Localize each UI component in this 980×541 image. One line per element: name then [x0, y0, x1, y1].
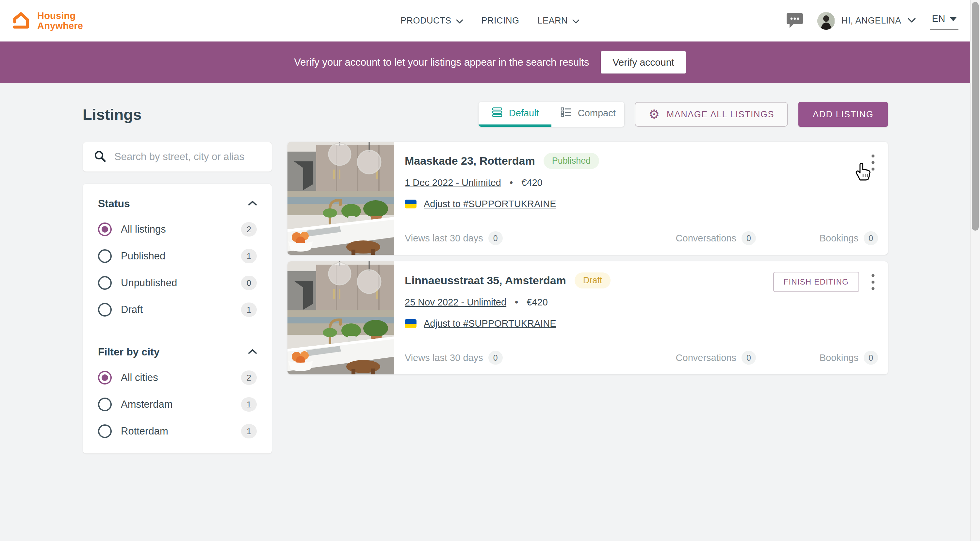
- filter-option-published[interactable]: Published 1: [98, 249, 257, 263]
- nav-products[interactable]: PRODUCTS: [401, 16, 463, 26]
- listing-search-box[interactable]: [83, 142, 272, 172]
- main-navigation: PRODUCTS PRICING LEARN: [401, 16, 579, 26]
- chevron-up-icon: [248, 349, 257, 355]
- chat-bubble-icon: [786, 12, 804, 30]
- verify-account-button[interactable]: Verify account: [601, 51, 686, 73]
- section-title: Filter by city: [98, 346, 160, 358]
- user-avatar: [817, 12, 835, 30]
- count-badge: 2: [241, 371, 257, 385]
- date-range-link[interactable]: 1 Dec 2022 - Unlimited: [405, 177, 501, 188]
- stat-value: 0: [488, 351, 503, 364]
- listing-stats: Views last 30 days 0 Conversations 0 Boo…: [405, 231, 878, 245]
- nav-learn[interactable]: LEARN: [538, 16, 580, 26]
- status-filter-section: Status All listings 2 Publish: [83, 184, 272, 332]
- separator-dot: •: [515, 297, 518, 308]
- gear-icon: ⚙: [648, 108, 660, 121]
- filter-option-amsterdam[interactable]: Amsterdam 1: [98, 397, 257, 412]
- chevron-down-icon: [456, 16, 463, 26]
- listing-thumbnail[interactable]: [288, 142, 394, 255]
- radio-selected-icon: [98, 371, 112, 385]
- status-badge: Published: [544, 153, 600, 169]
- filter-option-draft[interactable]: Draft 1: [98, 302, 257, 317]
- stat-label: Conversations: [676, 353, 736, 363]
- stat-label: Views last 30 days: [405, 233, 483, 244]
- support-ukraine-link[interactable]: Adjust to #SUPPORTUKRAINE: [424, 199, 556, 209]
- date-range-link[interactable]: 25 Nov 2022 - Unlimited: [405, 297, 506, 308]
- listing-card-linnaeusstraat: Linnaeusstraat 35, Amsterdam Draft FINIS…: [288, 261, 888, 374]
- scrollbar-thumb[interactable]: [972, 2, 979, 231]
- default-view-icon: [491, 106, 503, 120]
- stat-label: Views last 30 days: [405, 353, 483, 363]
- top-navigation-bar: Housing Anywhere PRODUCTS PRICING LEARN: [0, 0, 980, 41]
- language-selector[interactable]: EN: [930, 12, 958, 30]
- radio-icon: [98, 249, 112, 263]
- count-badge: 1: [241, 424, 257, 438]
- listing-price: €420: [527, 297, 548, 308]
- housinganywhere-logo[interactable]: Housing Anywhere: [13, 11, 83, 31]
- kebab-menu-icon: [872, 154, 875, 158]
- tab-compact-view[interactable]: Compact: [551, 102, 624, 127]
- separator-dot: •: [510, 177, 513, 188]
- stat-label: Bookings: [819, 233, 859, 244]
- listing-title: Maaskade 23, Rotterdam: [405, 154, 535, 167]
- user-menu[interactable]: HI, ANGELINA: [817, 12, 916, 30]
- filter-option-rotterdam[interactable]: Rotterdam 1: [98, 424, 257, 438]
- listing-menu-button[interactable]: [866, 270, 880, 293]
- banner-message: Verify your account to let your listings…: [294, 57, 589, 68]
- listing-title: Linnaeusstraat 35, Amsterdam: [405, 274, 566, 287]
- main-content: Listings Default: [0, 102, 980, 454]
- radio-icon: [98, 303, 112, 317]
- support-ukraine-link[interactable]: Adjust to #SUPPORTUKRAINE: [424, 318, 556, 329]
- listings-page: Housing Anywhere PRODUCTS PRICING LEARN: [0, 0, 980, 541]
- manage-all-listings-button[interactable]: ⚙ MANAGE ALL LISTINGS: [635, 102, 788, 127]
- stat-value: 0: [864, 231, 878, 245]
- view-mode-tabs: Default: [479, 102, 624, 127]
- compact-view-icon: [560, 106, 572, 120]
- listings-toolbar: Default: [479, 102, 888, 127]
- ukraine-flag-icon: [405, 319, 417, 328]
- filter-card: Status All listings 2 Publish: [83, 184, 272, 454]
- count-badge: 0: [241, 276, 257, 290]
- stat-value: 0: [864, 351, 878, 364]
- triangle-down-icon: [950, 18, 956, 21]
- kebab-menu-icon: [872, 274, 875, 277]
- add-listing-button[interactable]: ADD LISTING: [799, 102, 888, 127]
- stat-label: Bookings: [819, 353, 859, 363]
- filters-sidebar: Status All listings 2 Publish: [83, 142, 272, 454]
- tab-default-view[interactable]: Default: [479, 102, 551, 127]
- nav-pricing[interactable]: PRICING: [481, 16, 519, 26]
- stat-label: Conversations: [676, 233, 736, 244]
- filter-option-unpublished[interactable]: Unpublished 0: [98, 276, 257, 290]
- header-actions: HI, ANGELINA EN: [785, 12, 958, 30]
- logo-house-icon: [13, 11, 33, 31]
- messages-button[interactable]: [785, 12, 805, 30]
- radio-icon: [98, 276, 112, 290]
- status-badge: Draft: [574, 272, 611, 288]
- chevron-up-icon: [248, 200, 257, 207]
- verify-account-banner: Verify your account to let your listings…: [0, 41, 980, 83]
- chevron-down-icon: [572, 16, 579, 26]
- count-badge: 1: [241, 397, 257, 412]
- logo-wordmark: Housing Anywhere: [37, 11, 83, 31]
- count-badge: 2: [241, 222, 257, 237]
- listing-price: €420: [521, 177, 542, 188]
- finish-editing-button[interactable]: FINISH EDITING: [773, 272, 859, 292]
- filter-option-all-listings[interactable]: All listings 2: [98, 222, 257, 237]
- language-code: EN: [932, 13, 945, 24]
- listing-thumbnail[interactable]: [288, 261, 394, 374]
- listing-menu-button[interactable]: [866, 151, 880, 174]
- city-section-header[interactable]: Filter by city: [98, 346, 257, 358]
- stat-value: 0: [741, 351, 756, 364]
- count-badge: 1: [241, 249, 257, 263]
- radio-icon: [98, 398, 112, 411]
- city-filter-section: Filter by city All cities 2 A: [83, 332, 272, 453]
- listing-card-maaskade: Maaskade 23, Rotterdam Published 1 Dec 2…: [288, 142, 888, 255]
- filter-option-all-cities[interactable]: All cities 2: [98, 371, 257, 385]
- count-badge: 1: [241, 302, 257, 317]
- page-scrollbar[interactable]: [970, 0, 980, 541]
- listing-stats: Views last 30 days 0 Conversations 0 Boo…: [405, 351, 878, 364]
- radio-selected-icon: [98, 223, 112, 236]
- radio-icon: [98, 424, 112, 438]
- search-input[interactable]: [115, 151, 261, 163]
- status-section-header[interactable]: Status: [98, 198, 257, 210]
